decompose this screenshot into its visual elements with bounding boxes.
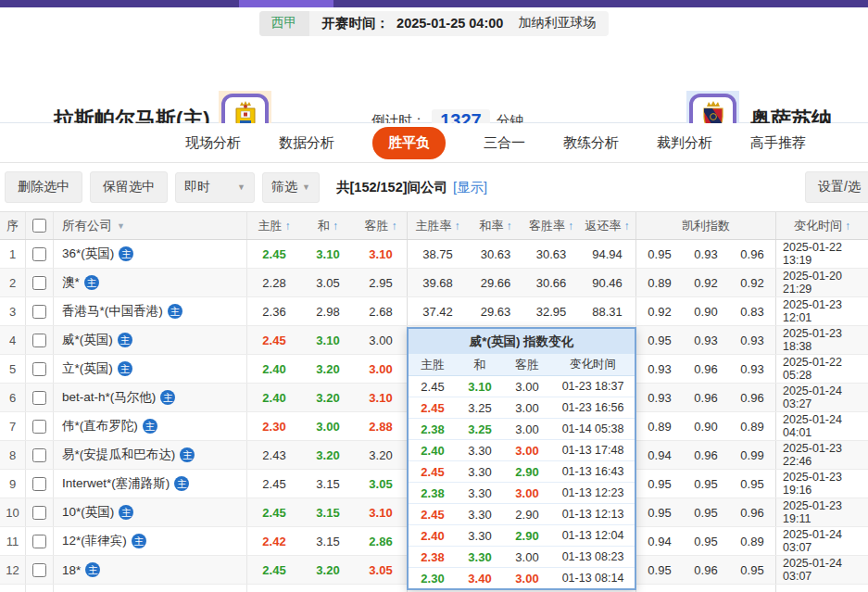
draw-odds[interactable]: 2.98 [301,297,355,325]
delete-selected-button[interactable]: 删除选中 [5,171,82,203]
header-company[interactable]: 所有公司 ▼ [54,212,247,239]
home-win-odds[interactable]: 2.45 [247,240,301,268]
row-checkbox[interactable] [32,391,46,405]
select-all-checkbox[interactable] [32,219,46,233]
tab-coach-analysis[interactable]: 教练分析 [563,134,619,152]
home-win-odds[interactable]: 2.42 [247,527,301,555]
header-away-win[interactable]: 客胜 ↑ [355,212,408,239]
settings-button[interactable]: 设置/选 [805,171,868,203]
kelly-draw: 0.90 [683,297,729,325]
home-win-odds[interactable]: 2.43 [247,441,301,469]
row-checkbox[interactable] [32,334,46,347]
draw-rate: 29.66 [468,269,523,296]
home-win-odds[interactable]: 2.36 [247,297,301,325]
header-away-rate[interactable]: 客胜率 ↑ [523,212,579,239]
away-win-odds[interactable]: 3.10 [355,498,408,526]
company-cell[interactable]: Interwet*(塞浦路斯) 主 [54,470,247,498]
home-win-odds[interactable]: 2.45 [247,556,301,584]
away-win-odds[interactable]: 2.68 [355,297,408,325]
row-checkbox[interactable] [32,448,46,462]
header-home-win[interactable]: 主胜 ↑ [247,212,301,239]
home-win-odds[interactable]: 2.40 [247,384,301,411]
row-index: 6 [0,384,26,411]
draw-odds[interactable]: 3.20 [301,556,355,584]
home-win-odds[interactable]: 2.40 [247,355,301,383]
home-win-odds[interactable]: 2.28 [247,269,301,296]
header-return-rate[interactable]: 返还率 ↑ [579,212,636,239]
filter-select[interactable]: 筛选 ▼ [262,172,320,203]
away-win-odds[interactable]: 2.95 [355,269,408,296]
away-win-odds[interactable]: 3.00 [355,326,408,354]
away-win-odds[interactable]: 3.10 [355,384,408,411]
kelly-draw: 0.93 [683,240,729,268]
draw-odds[interactable]: 3.15 [301,527,355,555]
kelly-home: 0.93 [636,384,683,411]
company-cell[interactable]: 10*(英国) 主 [54,498,247,526]
away-win-odds[interactable]: 3.05 [355,556,408,584]
row-checkbox[interactable] [32,362,46,376]
popup-home-odds: 2.45 [409,380,457,394]
tab-data-analysis[interactable]: 数据分析 [279,134,334,152]
home-win-odds[interactable]: 2.45 [247,498,301,526]
odds-history-popup: 威*(英国) 指数变化 主胜 和 客胜 变化时间 2.45 3.10 3.00 … [407,327,636,590]
tab-win-draw-lose[interactable]: 胜平负 [372,127,446,159]
away-win-odds[interactable]: 3.05 [355,470,408,498]
row-checkbox[interactable] [32,305,46,319]
company-cell[interactable]: 36*(英国) 主 [54,240,247,268]
kelly-away: 0.96 [729,498,776,526]
tab-expert-recommend[interactable]: 高手推荐 [750,134,806,152]
tab-three-in-one[interactable]: 三合一 [484,134,525,152]
row-select [26,384,54,411]
away-win-odds[interactable]: 2.88 [355,412,408,440]
home-win-odds[interactable]: 2.45 [247,326,301,354]
away-win-odds[interactable]: 2.86 [355,527,408,555]
draw-odds[interactable]: 3.20 [301,441,355,469]
company-cell[interactable]: 12*(菲律宾) 主 [54,527,247,555]
popup-header-draw: 和 [457,357,503,373]
row-checkbox[interactable] [32,247,46,261]
draw-odds[interactable]: 3.10 [301,240,355,268]
company-cell[interactable]: 伟*(直布罗陀) 主 [54,412,247,440]
row-select [26,441,54,469]
row-checkbox[interactable] [32,563,46,577]
company-cell[interactable]: 威*(英国) 主 [54,326,247,354]
home-win-odds[interactable]: 2.30 [247,412,301,440]
away-win-odds[interactable]: 3.20 [355,441,408,469]
show-link[interactable]: [显示] [453,179,487,196]
company-name: 伟*(直布罗陀) [62,418,138,435]
draw-odds[interactable]: 3.20 [301,355,355,383]
header-draw-rate[interactable]: 和率 ↑ [468,212,523,239]
row-checkbox[interactable] [32,276,46,290]
keep-selected-button[interactable]: 保留选中 [90,171,168,203]
header-draw[interactable]: 和 ↑ [301,212,355,239]
odds-mode-value: 即时 [184,179,210,195]
company-name: 澳* [62,274,80,291]
row-checkbox[interactable] [32,506,46,520]
draw-odds[interactable]: 3.10 [301,326,355,354]
row-checkbox[interactable] [32,420,46,434]
company-cell[interactable]: 香港马*(中国香港) 主 [54,297,247,325]
draw-odds[interactable]: 3.00 [301,412,355,440]
popup-draw-odds: 3.30 [457,529,503,543]
header-home-rate[interactable]: 主胜率 ↑ [408,212,468,239]
odds-mode-select[interactable]: 即时 ▼ [175,172,255,203]
popup-header-time: 变化时间 [551,357,635,372]
tab-referee-analysis[interactable]: 裁判分析 [657,134,712,152]
draw-odds[interactable]: 3.15 [301,470,355,498]
row-checkbox[interactable] [32,477,46,491]
company-cell[interactable]: 立*(英国) 主 [54,355,247,383]
draw-odds[interactable]: 3.20 [301,384,355,411]
company-cell[interactable]: 易*(安提瓜和巴布达) 主 [54,441,247,469]
away-win-odds[interactable]: 3.00 [355,355,408,383]
company-cell[interactable]: bet-at-h*(马尔他) 主 [54,384,247,411]
company-cell[interactable]: 澳* 主 [54,269,247,296]
draw-odds[interactable]: 3.05 [301,269,355,296]
header-change-time[interactable]: 变化时间 ↑ [776,212,868,239]
row-checkbox[interactable] [32,535,46,548]
home-win-odds[interactable]: 2.45 [247,470,301,498]
company-cell[interactable]: 18* 主 [54,556,247,584]
tab-live-analysis[interactable]: 现场分析 [185,134,241,152]
popup-away-odds: 3.00 [503,444,551,458]
away-win-odds[interactable]: 3.10 [355,240,408,268]
draw-odds[interactable]: 3.15 [301,498,355,526]
